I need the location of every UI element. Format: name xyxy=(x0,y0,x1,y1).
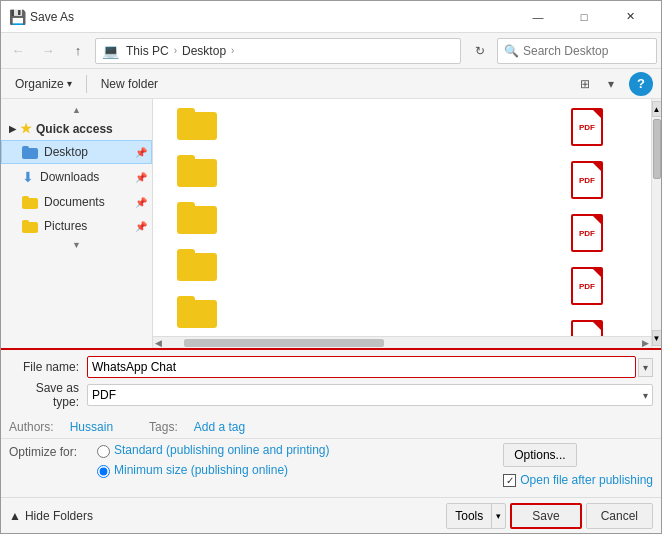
right-options: Options... Open file after publishing xyxy=(503,443,653,487)
search-box[interactable]: 🔍 xyxy=(497,38,657,64)
hide-folders-button[interactable]: ▲ Hide Folders xyxy=(9,509,93,523)
sidebar-quick-access-header[interactable]: ▶ ★ Quick access xyxy=(1,117,152,140)
folder-icon-2 xyxy=(177,155,217,187)
options-button[interactable]: Options... xyxy=(503,443,576,467)
file-item-folder-2[interactable] xyxy=(157,150,237,195)
forward-button[interactable]: → xyxy=(35,38,61,64)
pictures-folder-icon xyxy=(22,220,38,233)
main-content: ▲ ▶ ★ Quick access Desktop 📌 ⬇ Downloads… xyxy=(1,99,661,348)
pdf-icon-5 xyxy=(571,320,603,336)
h-scroll-thumb[interactable] xyxy=(184,339,384,347)
view-toggle-button[interactable]: ⊞ xyxy=(573,72,597,96)
file-form-panel: File name: ▾ Save as type: PDF ▾ xyxy=(1,348,661,416)
pin-icon-documents: 📌 xyxy=(135,197,147,208)
view-dropdown-button[interactable]: ▾ xyxy=(599,72,623,96)
hide-folders-chevron-icon: ▲ xyxy=(9,509,21,523)
pdfs-column xyxy=(547,103,647,336)
back-button[interactable]: ← xyxy=(5,38,31,64)
sidebar-item-documents[interactable]: Documents 📌 xyxy=(1,190,152,214)
pdf-icon-2 xyxy=(571,161,603,199)
sidebar-item-pictures-label: Pictures xyxy=(44,219,87,233)
new-folder-label: New folder xyxy=(101,77,158,91)
file-item-pdf-1[interactable] xyxy=(547,103,627,154)
tools-button[interactable]: Tools ▾ xyxy=(446,503,506,529)
tags-value[interactable]: Add a tag xyxy=(194,420,245,434)
file-item-folder-4[interactable] xyxy=(157,244,237,289)
file-item-pdf-2[interactable] xyxy=(547,156,627,207)
authors-label: Authors: xyxy=(9,420,54,434)
cancel-button[interactable]: Cancel xyxy=(586,503,653,529)
file-item-folder-5[interactable] xyxy=(157,291,237,336)
search-icon: 🔍 xyxy=(504,44,519,58)
tools-label: Tools xyxy=(447,504,492,528)
downloads-icon: ⬇ xyxy=(22,169,34,185)
action-separator xyxy=(86,75,87,93)
open-after-pub-checkbox[interactable] xyxy=(503,474,516,487)
up-button[interactable]: ↑ xyxy=(65,38,91,64)
close-button[interactable]: ✕ xyxy=(607,1,653,33)
file-item-pdf-4[interactable] xyxy=(547,262,627,313)
file-grid xyxy=(153,99,651,336)
file-name-dropdown-arrow[interactable]: ▾ xyxy=(638,358,653,377)
help-button[interactable]: ? xyxy=(629,72,653,96)
v-scroll-up-arrow[interactable]: ▲ xyxy=(652,101,662,117)
h-scroll-left-arrow[interactable]: ◀ xyxy=(155,338,162,348)
expand-icon: ▶ xyxy=(9,124,16,134)
folder-icon-4 xyxy=(177,249,217,281)
vertical-scrollbar[interactable]: ▲ ▼ xyxy=(651,99,661,348)
open-after-pub-option[interactable]: Open file after publishing xyxy=(503,473,653,487)
h-scroll-right-arrow[interactable]: ▶ xyxy=(642,338,649,348)
address-bar[interactable]: 💻 This PC › Desktop › xyxy=(95,38,461,64)
file-item-pdf-5[interactable] xyxy=(547,315,627,336)
pin-icon-pictures: 📌 xyxy=(135,221,147,232)
file-item-folder-3[interactable] xyxy=(157,197,237,242)
hide-folders-label: Hide Folders xyxy=(25,509,93,523)
minimum-radio[interactable] xyxy=(97,465,110,478)
file-area: ◀ ▶ xyxy=(153,99,651,348)
sidebar-item-downloads[interactable]: ⬇ Downloads 📌 xyxy=(1,164,152,190)
optimize-radio-group: Standard (publishing online and printing… xyxy=(97,443,329,478)
action-bar: Organize ▾ New folder ⊞ ▾ ? xyxy=(1,69,661,99)
window-icon: 💾 xyxy=(9,9,26,25)
v-scroll-down-arrow[interactable]: ▼ xyxy=(652,330,662,346)
pdf-icon-1 xyxy=(571,108,603,146)
minimum-radio-option[interactable]: Minimum size (publishing online) xyxy=(97,463,329,479)
search-input[interactable] xyxy=(523,44,650,58)
save-type-row: Save as type: PDF ▾ xyxy=(9,382,653,408)
sidebar-scroll-down[interactable]: ▼ xyxy=(1,238,152,252)
pdf-icon-3 xyxy=(571,214,603,252)
save-as-type-label: Save as type: xyxy=(9,381,87,409)
sidebar-item-desktop[interactable]: Desktop 📌 xyxy=(1,140,152,164)
new-folder-button[interactable]: New folder xyxy=(95,73,164,95)
file-name-input[interactable] xyxy=(87,356,636,378)
minimum-radio-label: Minimum size (publishing online) xyxy=(114,463,288,479)
path-this-pc: This PC xyxy=(123,43,172,59)
horizontal-scrollbar[interactable]: ◀ ▶ xyxy=(153,336,651,348)
organize-button[interactable]: Organize ▾ xyxy=(9,73,78,95)
minimize-button[interactable]: — xyxy=(515,1,561,33)
organize-chevron-icon: ▾ xyxy=(67,78,72,89)
view-controls: ⊞ ▾ ? xyxy=(573,72,653,96)
folders-column xyxy=(157,103,237,336)
open-after-pub-label: Open file after publishing xyxy=(520,473,653,487)
file-item-folder-1[interactable] xyxy=(157,103,237,148)
standard-radio[interactable] xyxy=(97,445,110,458)
refresh-button[interactable]: ↻ xyxy=(467,38,493,64)
optimize-section: Optimize for: Standard (publishing onlin… xyxy=(1,438,661,497)
sidebar-item-pictures[interactable]: Pictures 📌 xyxy=(1,214,152,238)
file-item-pdf-3[interactable] xyxy=(547,209,627,260)
authors-value[interactable]: Hussain xyxy=(70,420,113,434)
sidebar-item-downloads-label: Downloads xyxy=(40,170,99,184)
documents-folder-icon xyxy=(22,196,38,209)
save-type-chevron-icon: ▾ xyxy=(643,390,648,401)
file-name-label: File name: xyxy=(9,360,87,374)
standard-radio-label: Standard (publishing online and printing… xyxy=(114,443,329,459)
save-as-type-value: PDF xyxy=(92,388,116,402)
title-bar: 💾 Save As — □ ✕ xyxy=(1,1,661,33)
sidebar-scroll-up[interactable]: ▲ xyxy=(1,103,152,117)
save-as-type-dropdown[interactable]: PDF ▾ xyxy=(87,384,653,406)
save-button[interactable]: Save xyxy=(510,503,581,529)
standard-radio-option[interactable]: Standard (publishing online and printing… xyxy=(97,443,329,459)
maximize-button[interactable]: □ xyxy=(561,1,607,33)
v-scroll-thumb[interactable] xyxy=(653,119,661,179)
